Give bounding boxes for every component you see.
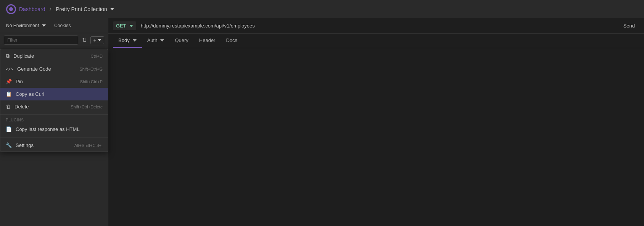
ctx-item-pin[interactable]: Pin Shift+Ctrl+P [0, 75, 108, 88]
duplicate-shortcut: Ctrl+D [91, 54, 103, 58]
html-icon [6, 126, 12, 132]
ctx-item-delete[interactable]: Delete Shift+Ctrl+Delete [0, 100, 108, 113]
method-selector[interactable]: GET [113, 21, 136, 30]
context-menu: Duplicate Ctrl+D Generate Code Shift+Ctr… [0, 49, 108, 152]
right-panel: GET Send Body Auth Query Header Do [108, 18, 644, 226]
environment-selector[interactable]: No Environment [4, 21, 48, 30]
copy-curl-icon [6, 91, 12, 97]
logo-inner [9, 7, 13, 11]
collection-name[interactable]: Pretty Print Collection [56, 6, 114, 12]
ctx-item-copy-as-curl[interactable]: Copy as Curl [0, 88, 108, 100]
pin-icon [6, 79, 12, 84]
request-body-area [108, 48, 644, 226]
send-button[interactable]: Send [619, 21, 639, 30]
generate-code-label: Generate Code [17, 66, 51, 72]
url-bar: GET Send [108, 18, 644, 34]
plus-icon: + [93, 37, 96, 43]
code-icon [6, 66, 13, 72]
settings-icon [6, 142, 12, 148]
cookies-button[interactable]: Cookies [54, 23, 71, 28]
tab-body[interactable]: Body [113, 34, 142, 48]
pin-label: Pin [16, 79, 23, 84]
duplicate-icon [6, 53, 10, 59]
tab-query[interactable]: Query [169, 34, 193, 48]
add-request-button[interactable]: + [90, 36, 104, 44]
method-label: GET [116, 23, 126, 29]
breadcrumb-separator: / [50, 6, 52, 12]
duplicate-label: Duplicate [13, 53, 34, 59]
pin-shortcut: Shift+Ctrl+P [80, 79, 103, 84]
env-chevron-icon [42, 24, 46, 27]
auth-tab-chevron-icon [160, 39, 164, 42]
env-label: No Environment [6, 23, 39, 28]
top-bar: Dashboard / Pretty Print Collection [0, 0, 644, 18]
app-logo [6, 4, 16, 14]
request-tabs: Body Auth Query Header Docs [108, 34, 644, 48]
delete-shortcut: Shift+Ctrl+Delete [71, 105, 103, 109]
delete-icon [6, 104, 11, 110]
tab-header[interactable]: Header [194, 34, 221, 48]
ctx-item-generate-code[interactable]: Generate Code Shift+Ctrl+G [0, 63, 108, 75]
ctx-item-duplicate[interactable]: Duplicate Ctrl+D [0, 49, 108, 63]
filter-input[interactable] [4, 36, 78, 45]
plugins-divider [0, 115, 108, 115]
ctx-item-settings[interactable]: Settings Alt+Shift+Ctrl+, [0, 139, 108, 152]
dashboard-link[interactable]: Dashboard [19, 6, 45, 12]
sidebar-toolbar: No Environment Cookies [0, 18, 108, 33]
delete-label: Delete [14, 104, 29, 110]
settings-label: Settings [16, 142, 34, 148]
method-chevron-icon [129, 25, 133, 27]
collection-chevron-icon [110, 8, 114, 10]
settings-shortcut: Alt+Shift+Ctrl+, [74, 143, 103, 148]
ctx-item-copy-last-response[interactable]: Copy last response as HTML [0, 123, 108, 136]
settings-divider [0, 137, 108, 137]
generate-code-shortcut: Shift+Ctrl+G [79, 67, 103, 71]
tab-auth[interactable]: Auth [142, 34, 170, 48]
main-layout: No Environment Cookies ⇅ + GET Employees [0, 18, 644, 226]
add-chevron-icon [98, 39, 101, 41]
sidebar-filter-row: ⇅ + [0, 33, 108, 47]
sort-button[interactable]: ⇅ [80, 36, 88, 44]
tab-docs[interactable]: Docs [221, 34, 243, 48]
url-input[interactable] [139, 21, 616, 30]
copy-as-curl-label: Copy as Curl [16, 91, 44, 97]
sidebar: No Environment Cookies ⇅ + GET Employees [0, 18, 108, 226]
body-tab-chevron-icon [133, 39, 137, 42]
copy-last-response-label: Copy last response as HTML [16, 126, 80, 132]
plugins-section-label: PLUGINS [0, 116, 108, 123]
